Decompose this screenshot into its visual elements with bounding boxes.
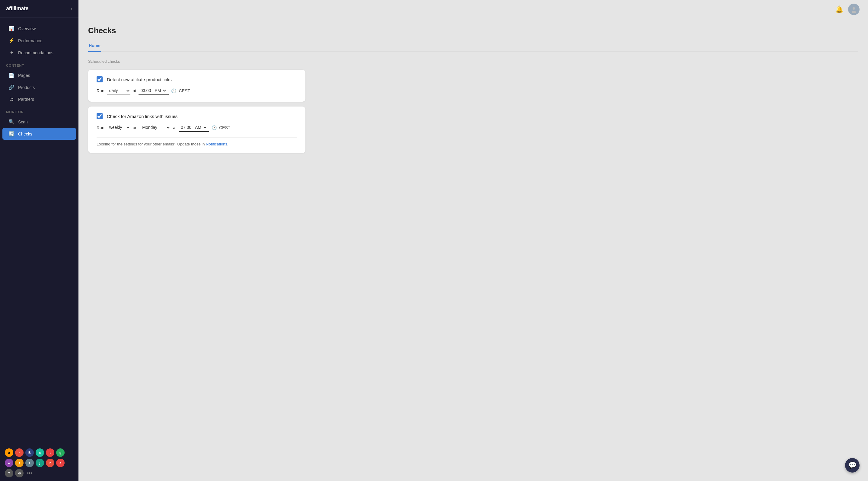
topbar: 🔔	[79, 0, 868, 19]
affiliate-icon-5[interactable]: g	[56, 448, 65, 457]
sidebar-item-pages[interactable]: 📄 Pages	[2, 69, 76, 81]
at-label-amazon: at	[173, 125, 177, 130]
overview-icon: 📊	[8, 26, 14, 31]
sidebar-item-performance[interactable]: ⚡ Performance	[2, 35, 76, 46]
sidebar-label-performance: Performance	[18, 38, 42, 43]
main-area: 🔔 Checks Home Scheduled checks Detect ne…	[79, 0, 868, 481]
sidebar-item-overview[interactable]: 📊 Overview	[2, 23, 76, 34]
affiliate-icon-4[interactable]: t	[46, 448, 54, 457]
sidebar-collapse-icon[interactable]: ‹	[71, 6, 72, 11]
tab-bar: Home	[88, 40, 858, 52]
check-checkbox-detect[interactable]	[97, 76, 103, 83]
sidebar-label-products: Products	[18, 85, 35, 90]
sidebar-label-scan: Scan	[18, 120, 28, 124]
frequency-select-amazon[interactable]: daily weekly monthly	[107, 124, 130, 131]
tz-detect: CEST	[179, 88, 190, 93]
sidebar-item-products[interactable]: 🔗 Products	[2, 82, 76, 93]
check-card-detect-links: Detect new affiliate product links Run d…	[88, 70, 305, 102]
time-value-detect: 03:00	[140, 88, 151, 93]
scan-icon: 🔍	[8, 119, 14, 125]
partners-icon: 🗂	[8, 97, 14, 102]
svg-point-1	[852, 11, 856, 13]
affiliate-icon-6[interactable]: w	[5, 459, 13, 467]
check-footer-amazon: Looking for the settings for your other …	[97, 137, 297, 146]
affiliate-icon-11[interactable]: s	[56, 459, 65, 467]
sidebar-label-pages: Pages	[18, 73, 30, 78]
section-scheduled-checks-label: Scheduled checks	[88, 59, 858, 64]
affiliate-icons-grid: a r B s t g w f r j r s ? ⊙ •••	[0, 445, 79, 481]
sidebar-label-overview: Overview	[18, 26, 36, 31]
clock-icon-amazon: 🕐	[212, 125, 217, 130]
at-label-detect: at	[133, 88, 136, 93]
footer-text-amazon: Looking for the settings for your other …	[97, 142, 206, 146]
recommendations-icon: ✦	[8, 50, 14, 56]
check-schedule-amazon: Run daily weekly monthly on Monday Tuesd…	[97, 123, 297, 132]
frequency-select-detect[interactable]: daily weekly monthly	[107, 87, 130, 94]
affiliate-icon-2[interactable]: B	[25, 448, 34, 457]
affiliate-icon-more[interactable]: •••	[25, 469, 34, 477]
sidebar-header: affilimate ‹	[0, 0, 79, 18]
time-display-amazon: 07:00 AM PM	[179, 123, 209, 132]
affiliate-icon-9[interactable]: j	[36, 459, 44, 467]
page-title: Checks	[88, 26, 858, 35]
sidebar-item-recommendations[interactable]: ✦ Recommendations	[2, 47, 76, 59]
user-avatar[interactable]	[848, 4, 860, 15]
time-value-amazon: 07:00	[181, 125, 191, 130]
affiliate-icon-10[interactable]: r	[46, 459, 54, 467]
sidebar-item-partners[interactable]: 🗂 Partners	[2, 94, 76, 105]
products-icon: 🔗	[8, 85, 14, 90]
check-schedule-detect: Run daily weekly monthly at 03:00 PM AM …	[97, 87, 297, 95]
affiliate-icon-3[interactable]: s	[36, 448, 44, 457]
run-label-amazon: Run	[97, 125, 104, 130]
period-select-detect[interactable]: PM AM	[152, 87, 167, 94]
sidebar-label-checks: Checks	[18, 132, 32, 136]
content-area: Checks Home Scheduled checks Detect new …	[79, 19, 868, 481]
time-display-detect: 03:00 PM AM	[138, 87, 169, 95]
affiliate-icon-8[interactable]: r	[25, 459, 34, 467]
app-logo: affilimate	[6, 5, 28, 12]
affiliate-icon-13[interactable]: ⊙	[15, 469, 24, 477]
performance-icon: ⚡	[8, 38, 14, 43]
sidebar-label-recommendations: Recommendations	[18, 51, 54, 55]
check-header-detect: Detect new affiliate product links	[97, 76, 297, 83]
run-label-detect: Run	[97, 88, 104, 93]
affiliate-icon-7[interactable]: f	[15, 459, 24, 467]
notifications-link[interactable]: Notifications	[206, 142, 227, 146]
footer-end-amazon: .	[227, 142, 228, 146]
check-card-amazon: Check for Amazon links with issues Run d…	[88, 106, 305, 153]
check-header-amazon: Check for Amazon links with issues	[97, 113, 297, 119]
tab-home[interactable]: Home	[88, 40, 101, 52]
check-label-detect: Detect new affiliate product links	[107, 77, 172, 82]
affiliate-icon-12[interactable]: ?	[5, 469, 13, 477]
check-checkbox-amazon[interactable]	[97, 113, 103, 119]
svg-point-0	[852, 7, 855, 10]
content-section-label: CONTENT	[0, 59, 79, 69]
period-select-amazon[interactable]: AM PM	[192, 124, 207, 131]
affiliate-icon-amazon[interactable]: a	[5, 448, 13, 457]
monitor-section-label: MONITOR	[0, 105, 79, 116]
tz-amazon: CEST	[219, 125, 230, 130]
sidebar-navigation: 📊 Overview ⚡ Performance ✦ Recommendatio…	[0, 18, 79, 445]
clock-icon-detect: 🕐	[171, 88, 176, 93]
pages-icon: 📄	[8, 72, 14, 78]
on-label-amazon: on	[133, 125, 137, 130]
checks-icon: 🔄	[8, 131, 14, 137]
check-label-amazon: Check for Amazon links with issues	[107, 114, 178, 119]
sidebar: affilimate ‹ 📊 Overview ⚡ Performance ✦ …	[0, 0, 79, 481]
chat-button[interactable]: 💬	[845, 458, 860, 473]
sidebar-item-checks[interactable]: 🔄 Checks	[2, 128, 76, 140]
day-select-amazon[interactable]: Monday Tuesday Wednesday Thursday Friday…	[140, 124, 170, 131]
affiliate-icon-1[interactable]: r	[15, 448, 24, 457]
notification-bell-icon[interactable]: 🔔	[835, 5, 843, 13]
sidebar-item-scan[interactable]: 🔍 Scan	[2, 116, 76, 128]
sidebar-label-partners: Partners	[18, 97, 34, 102]
